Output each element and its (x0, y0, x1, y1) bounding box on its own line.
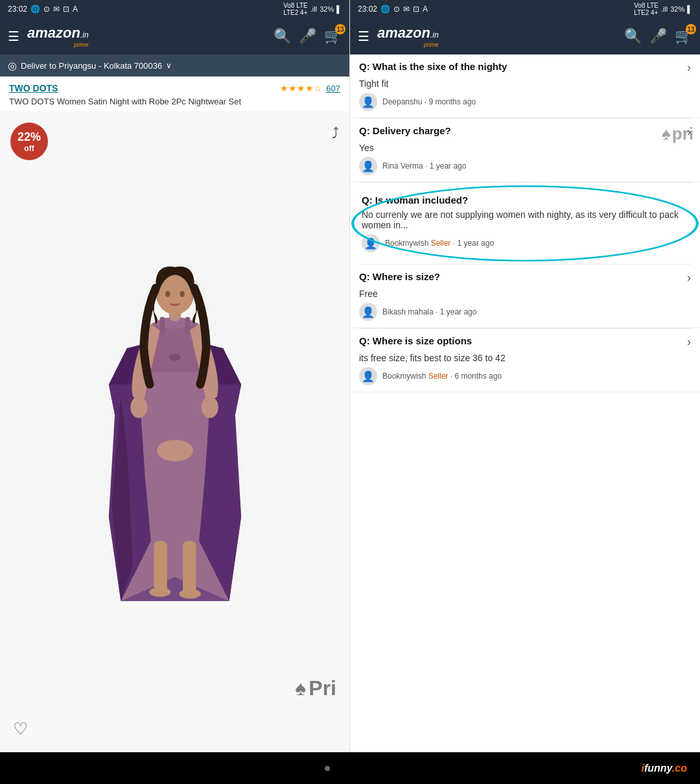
qa-avatar-4: 👤 (359, 303, 377, 321)
left-mail-icon: ✉ (53, 5, 60, 14)
left-product-svg (97, 264, 253, 601)
qa-meta-2: 👤 Rina Verma · 1 year ago (359, 157, 691, 175)
right-search-icon[interactable]: 🔍 (624, 28, 642, 45)
right-logo-sub: prime (377, 42, 439, 48)
left-delivery-bar[interactable]: ◎ Deliver to Priyangsu - Kolkata 700036 … (0, 54, 349, 77)
bottom-dot (325, 766, 330, 771)
svg-rect-14 (183, 541, 196, 597)
left-share-icon[interactable]: ⤴ (332, 125, 339, 142)
ifunny-logo: ifunny.co (641, 763, 687, 774)
qa-question-text-3: Q: Is woman included? (362, 195, 688, 206)
right-logo-tld: .in (430, 30, 439, 40)
qa-answer-3: No currenly we are not supplying women w… (362, 209, 688, 230)
left-battery-icon: ▌ (336, 5, 342, 13)
qa-question-3[interactable]: Q: Is woman included? (362, 195, 688, 206)
svg-rect-13 (154, 541, 167, 595)
left-amazon-logo[interactable]: amazon .in prime (27, 25, 89, 48)
qa-item-2: Q: Delivery charge? › Yes 👤 Rina Verma ·… (350, 119, 700, 182)
right-amazon-logo[interactable]: amazon .in prime (377, 25, 439, 48)
right-logo-text: amazon (377, 25, 430, 42)
left-location-icon: ◎ (8, 60, 17, 72)
svg-point-10 (180, 291, 184, 296)
qa-meta-5: 👤 Bookmywish Seller · 6 months ago (359, 367, 691, 385)
right-cart-icon[interactable]: 🛒 13 (675, 28, 692, 45)
right-qa-list: Q: What is the sixe of the nighty › Tigh… (350, 54, 700, 752)
qa-question-5[interactable]: Q: Where is size options › (359, 335, 691, 349)
qa-item-3-wrapper: Q: Is woman included? No currenly we are… (353, 188, 697, 259)
right-pri-text: pri (672, 124, 694, 144)
left-a-icon: A (73, 5, 78, 14)
qa-question-text-2: Q: Delivery charge? (359, 125, 687, 136)
right-hamburger-icon[interactable]: ☰ (358, 29, 369, 44)
qa-avatar-3: 👤 (362, 234, 380, 252)
left-delivery-text: Deliver to Priyangsu - Kolkata 700036 (21, 61, 162, 71)
left-hamburger-icon[interactable]: ☰ (8, 29, 19, 44)
qa-item-5: Q: Where is size options › its free size… (350, 329, 700, 392)
left-logo-text: amazon (27, 25, 80, 42)
qa-seller-badge-3: Seller (431, 239, 451, 248)
svg-point-6 (157, 440, 193, 461)
qa-item-4: Q: Where is size? › Free 👤 Bikash mahala… (350, 265, 700, 328)
qa-avatar-2: 👤 (359, 157, 377, 175)
right-a-icon: A (423, 5, 428, 14)
divider-2 (359, 182, 691, 183)
right-pay-icon: ⊡ (413, 5, 419, 14)
left-discount-off: off (24, 144, 34, 153)
right-amazon-header: ☰ amazon .in prime 🔍 🎤 🛒 13 (350, 18, 700, 54)
left-status-bar: 23:02 🌐 ⊙ ✉ ⊡ A Vo8 LTELTE2 4+ .ill 32% … (0, 0, 349, 18)
left-cart-icon[interactable]: 🛒 13 (324, 28, 342, 45)
qa-meta-1: 👤 Deepanshu · 9 months ago (359, 93, 691, 111)
left-rec-icon: ⊙ (43, 5, 50, 14)
left-amazon-header: ☰ amazon .in prime 🔍 🎤 🛒 13 (0, 18, 349, 54)
left-fb-icon: 🌐 (30, 5, 40, 14)
right-rec-icon: ⊙ (393, 5, 400, 14)
right-signal-text: Vo8 LTELTE2 4+ (634, 2, 659, 16)
ifunny-dot: .co (672, 763, 687, 774)
svg-point-9 (165, 291, 170, 296)
left-stars: ★★★★☆ (280, 83, 322, 93)
qa-seller-badge-5: Seller (428, 372, 449, 381)
qa-user-2: Rina Verma · 1 year ago (382, 161, 466, 171)
left-mic-icon[interactable]: 🎤 (299, 28, 316, 45)
qa-chevron-1: › (687, 61, 691, 75)
right-mic-icon[interactable]: 🎤 (649, 28, 667, 45)
left-pri-text: Pri (309, 676, 336, 700)
left-product-image (97, 264, 253, 601)
ifunny-funny: funny (644, 763, 672, 774)
qa-question-4[interactable]: Q: Where is size? › (359, 271, 691, 285)
right-mail-icon: ✉ (403, 5, 410, 14)
left-time: 23:02 (8, 5, 27, 14)
left-search-icon[interactable]: 🔍 (274, 28, 291, 45)
qa-question-2[interactable]: Q: Delivery charge? › (359, 125, 691, 139)
right-fb-icon: 🌐 (380, 5, 390, 14)
qa-user-1: Deepanshu · 9 months ago (382, 97, 476, 106)
qa-question-1[interactable]: Q: What is the sixe of the nighty › (359, 61, 691, 75)
left-logo-sub: prime (27, 42, 89, 48)
left-discount-percent: 22% (18, 130, 41, 144)
qa-answer-4: Free (359, 289, 691, 299)
qa-chevron-5: › (687, 335, 691, 349)
qa-item-1: Q: What is the sixe of the nighty › Tigh… (350, 54, 700, 118)
qa-chevron-4: › (687, 271, 691, 285)
svg-point-5 (201, 396, 218, 418)
qa-answer-2: Yes (359, 143, 691, 153)
right-pri-watermark: ♠pri (662, 124, 694, 144)
qa-user-3: Bookmywish Seller · 1 year ago (385, 239, 494, 248)
left-brand-name[interactable]: TWO DOTS (9, 83, 58, 93)
right-battery-icon: ▌ (687, 5, 692, 13)
qa-question-text-1: Q: What is the sixe of the nighty (359, 61, 687, 72)
left-review-count[interactable]: 607 (326, 84, 340, 93)
left-wishlist-icon[interactable]: ♡ (13, 719, 28, 739)
left-delivery-chevron: ∨ (166, 61, 172, 70)
left-signal-text: Vo8 LTELTE2 4+ (283, 2, 308, 16)
left-battery-text: 32% (320, 5, 334, 13)
left-bars-icon: .ill (310, 5, 317, 13)
right-cart-badge: 13 (686, 24, 696, 34)
left-product-title: TWO DOTS Women Satin Night with Robe 2Pc… (9, 96, 340, 108)
bottom-bar: ifunny.co (0, 752, 700, 784)
qa-answer-5: its free size, fits best to size 36 to 4… (359, 353, 691, 363)
right-status-bar: 23:02 🌐 ⊙ ✉ ⊡ A Vo8 LTELTE2 4+ .ill 32% … (350, 0, 700, 18)
qa-question-text-5: Q: Where is size options (359, 335, 687, 346)
left-spade-icon: ♠ (295, 676, 306, 700)
right-bars-icon: .ill (661, 5, 668, 13)
